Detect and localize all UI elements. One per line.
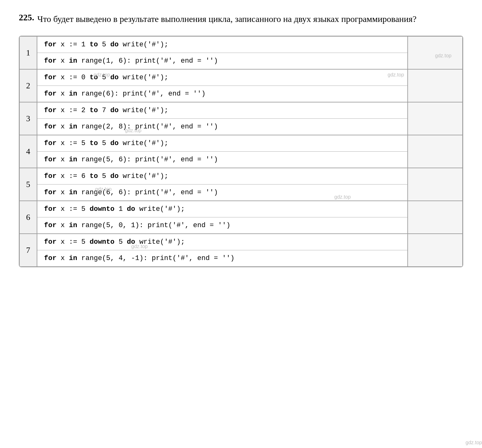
pascal-code: for x := 0 to 5 do write('#');gdz.topgdz… bbox=[37, 69, 408, 86]
row-number: 5 bbox=[20, 168, 37, 201]
watermark-6: gdz.top bbox=[95, 186, 112, 192]
table-row: 7 for x := 5 downto 5 do write('#');gdz.… bbox=[20, 234, 463, 250]
python-code: for x in range(5, 6): print('#', end = '… bbox=[37, 152, 408, 168]
row-number: 3 bbox=[20, 102, 37, 135]
python-code: for x in range(2, 8): print('#', end = '… bbox=[37, 119, 408, 135]
question-header: 225. Что будет выведено в результате вып… bbox=[19, 13, 463, 26]
python-code: for x in range(5, 0, 1): print('#', end … bbox=[37, 217, 408, 234]
row-number: 2 bbox=[20, 69, 37, 102]
python-code: for x in range(1, 6): print('#', end = '… bbox=[37, 53, 408, 70]
table-row: for x in range(5, 6): print('#', end = '… bbox=[20, 152, 463, 168]
pascal-code: for x := 5 downto 5 do write('#');gdz.to… bbox=[37, 234, 408, 250]
table-row: for x in range(5, 4, -1): print('#', end… bbox=[20, 250, 463, 267]
table-row: 2 for x := 0 to 5 do write('#');gdz.topg… bbox=[20, 69, 463, 86]
pascal-code: for x := 1 to 5 do write('#'); bbox=[37, 37, 408, 53]
exercises-table: 1 for x := 1 to 5 do write('#'); gdz.top… bbox=[19, 36, 463, 267]
table-row: 4 for x := 5 to 5 do write('#'); bbox=[20, 135, 463, 152]
answer-cell: gdz.top bbox=[408, 37, 463, 70]
table-row: 3 for x := 2 to 7 do write('#'); gdz.top bbox=[20, 102, 463, 119]
row-number: 1 bbox=[20, 37, 37, 70]
watermark-3: gdz.top bbox=[388, 72, 404, 78]
row-number: 4 bbox=[20, 135, 37, 168]
table-row: 1 for x := 1 to 5 do write('#'); gdz.top bbox=[20, 37, 463, 53]
table-container: 1 for x := 1 to 5 do write('#'); gdz.top… bbox=[19, 36, 463, 267]
pascal-code: for x := 2 to 7 do write('#'); bbox=[37, 102, 408, 119]
table-row: for x in range(2, 8): print('#', end = '… bbox=[20, 119, 463, 135]
table-row: 5 for x := 6 to 5 do write('#'); bbox=[20, 168, 463, 185]
python-code: for x ingdz.top range(6, 6): print('#', … bbox=[37, 185, 408, 201]
answer-cell bbox=[408, 201, 463, 234]
watermark-7: gdz.top bbox=[334, 194, 351, 200]
table-row: for x ingdz.top range(6, 6): print('#', … bbox=[20, 185, 463, 201]
row-number: 6 bbox=[20, 201, 37, 234]
python-code: for x in range(6): print('#', end = '') bbox=[37, 86, 408, 102]
table-row: for x in range(1, 6): print('#', end = '… bbox=[20, 53, 463, 70]
pascal-code: for x := 6 to 5 do write('#'); bbox=[37, 168, 408, 185]
watermark-1: gdz.top bbox=[435, 53, 451, 59]
answer-cell: gdz.top bbox=[408, 102, 463, 135]
answer-cell bbox=[408, 69, 463, 102]
answer-cell bbox=[408, 168, 463, 201]
table-row: for x in range(6): print('#', end = '') bbox=[20, 86, 463, 102]
row-number: 7 bbox=[20, 234, 37, 267]
answer-cell bbox=[408, 135, 463, 168]
table-row: for x in range(5, 0, 1): print('#', end … bbox=[20, 217, 463, 234]
python-code: for x in range(5, 4, -1): print('#', end… bbox=[37, 250, 408, 267]
pascal-code: for x := 5 to 5 do write('#'); bbox=[37, 135, 408, 152]
question-text: Что будет выведено в результате выполнен… bbox=[37, 13, 416, 26]
answer-cell bbox=[408, 234, 463, 267]
table-row: 6 for x := 5 downto 1 do write('#'); bbox=[20, 201, 463, 217]
question-number: 225. bbox=[19, 13, 34, 23]
pascal-code: for x := 5 downto 1 do write('#'); bbox=[37, 201, 408, 217]
watermark-5: gdz.top bbox=[125, 128, 141, 133]
